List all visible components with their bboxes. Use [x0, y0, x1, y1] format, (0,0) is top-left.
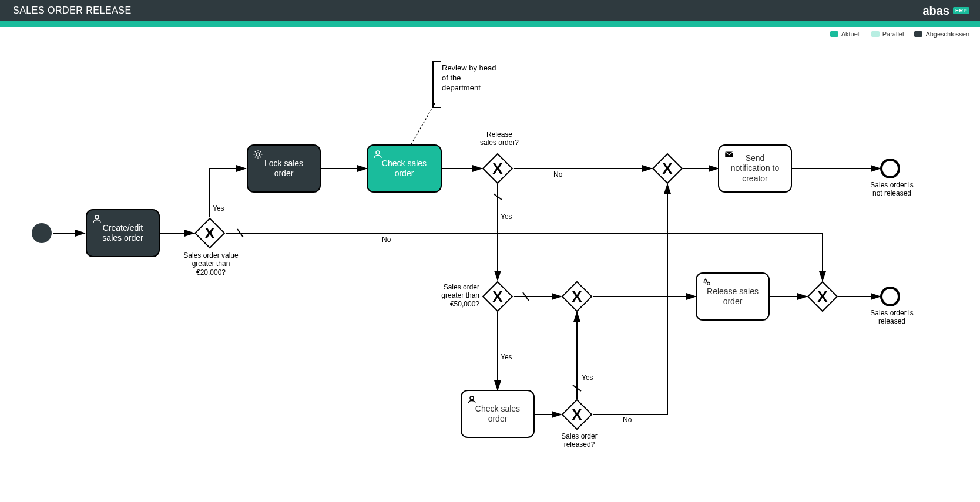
mail-icon — [724, 149, 734, 160]
brand-badge: ERP — [953, 7, 969, 14]
gateway-merge-release[interactable]: X — [807, 281, 838, 312]
brand-name: abas — [922, 4, 949, 18]
svg-text:X: X — [817, 288, 828, 305]
gateway-50k-label: Sales order greater than €50,000? — [429, 283, 479, 308]
task-lock-order[interactable]: Lock sales order — [247, 144, 321, 193]
page-title: SALES ORDER RELEASE — [13, 5, 132, 16]
svg-point-19 — [95, 215, 99, 219]
annotation-text: Review by head of the department — [442, 63, 512, 93]
svg-line-14 — [573, 385, 581, 391]
svg-line-2 — [237, 229, 243, 237]
svg-text:X: X — [492, 288, 503, 305]
svg-point-33 — [704, 280, 707, 283]
annotation-bracket — [432, 61, 441, 108]
user-task-icon — [372, 149, 383, 160]
gateway-released-label: Sales order released? — [556, 432, 603, 449]
app-header: SALES ORDER RELEASE abas ERP — [0, 0, 980, 21]
svg-text:X: X — [204, 224, 215, 242]
edge-yes-release: Yes — [501, 213, 512, 221]
task-create-edit-label: Create/edit sales order — [102, 223, 143, 244]
gateway-release-label: Release sales order? — [476, 130, 523, 147]
svg-text:X: X — [662, 160, 673, 177]
start-event[interactable] — [32, 223, 52, 243]
task-check-2-label: Check sales order — [475, 404, 520, 424]
diagram-canvas: Create/edit sales order X Sales order va… — [0, 27, 980, 502]
task-check-2[interactable]: Check sales order — [461, 390, 535, 438]
edge-no-release: No — [553, 170, 562, 178]
gateway-merge-mid[interactable]: X — [561, 281, 593, 312]
task-check-1-label: Check sales order — [382, 159, 427, 179]
task-release-label: Release sales order — [707, 287, 759, 307]
edge-no-released: No — [623, 416, 632, 424]
task-notify[interactable]: Send notification to creator — [718, 144, 792, 193]
task-check-1[interactable]: Check sales order — [367, 144, 442, 193]
end-not-released-label: Sales order is not released — [864, 181, 920, 198]
svg-text:X: X — [572, 406, 582, 423]
gateway-value-20k[interactable]: X — [194, 217, 226, 249]
task-release-order[interactable]: Release sales order — [696, 272, 770, 321]
gateway-released-question[interactable]: X — [561, 399, 593, 430]
gateway-20k-label: Sales order value greater than €20,000? — [179, 251, 243, 277]
accent-bar — [0, 21, 980, 27]
service-task-icon — [702, 277, 712, 288]
svg-point-22 — [256, 153, 260, 156]
svg-text:X: X — [492, 160, 503, 177]
svg-line-18 — [411, 103, 435, 144]
task-create-edit[interactable]: Create/edit sales order — [86, 209, 160, 257]
edge-no-20k: No — [382, 235, 391, 244]
service-task-icon — [253, 149, 263, 160]
svg-line-6 — [494, 194, 502, 200]
gateway-merge-top[interactable]: X — [652, 153, 683, 184]
task-lock-label: Lock sales order — [264, 159, 303, 179]
end-released-label: Sales order is released — [864, 309, 920, 326]
edge-yes-20k: Yes — [213, 204, 224, 213]
svg-point-37 — [470, 396, 474, 400]
svg-point-34 — [707, 282, 710, 285]
user-task-icon — [466, 395, 477, 405]
edge-yes-released: Yes — [582, 373, 593, 382]
task-notify-label: Send notification to creator — [731, 153, 780, 184]
gateway-release-question[interactable]: X — [482, 153, 514, 184]
end-event-not-released[interactable] — [880, 159, 900, 178]
svg-text:X: X — [572, 288, 582, 305]
brand: abas ERP — [922, 4, 969, 18]
svg-point-23 — [376, 151, 380, 154]
user-task-icon — [92, 214, 102, 224]
end-event-released[interactable] — [880, 287, 900, 306]
gateway-50k[interactable]: X — [482, 281, 514, 312]
svg-line-10 — [523, 292, 529, 301]
edge-yes-50k: Yes — [501, 353, 512, 361]
